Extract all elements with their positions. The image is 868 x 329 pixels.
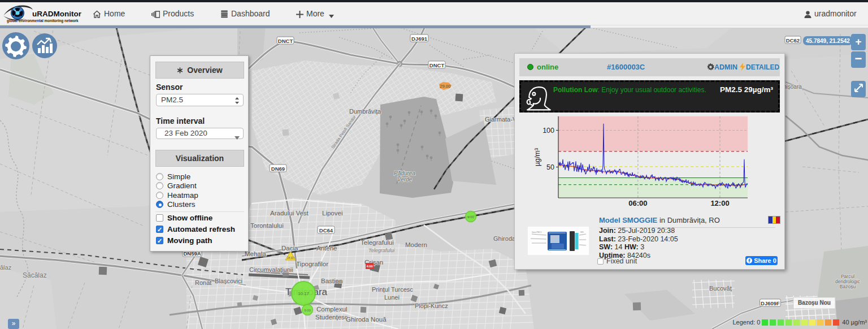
svg-text:Ghiroda Nouă: Ghiroda Nouă xyxy=(346,316,387,323)
svg-text:DNCT: DNCT xyxy=(429,62,445,68)
svg-text:Verde: Verde xyxy=(397,176,413,183)
svg-text:Aradului Vest: Aradului Vest xyxy=(270,210,309,217)
svg-text:Pădurea: Pădurea xyxy=(394,170,415,176)
svg-text:Telegrafului: Telegrafului xyxy=(361,239,394,246)
svg-text:WiFi: WiFi xyxy=(580,231,584,233)
svg-text:ălaz: ălaz xyxy=(0,264,11,271)
svg-text:DC64: DC64 xyxy=(319,227,333,233)
svg-text:Ghiroda: Ghiroda xyxy=(493,235,516,242)
svg-text:Telegrafului: Telegrafului xyxy=(368,248,395,253)
svg-text:Torontalului: Torontalului xyxy=(250,222,284,229)
svg-text:Bazoșu Nou: Bazoșu Nou xyxy=(798,300,831,306)
svg-text:Bazoșu: Bazoșu xyxy=(840,284,856,289)
svg-text:Dacia: Dacia xyxy=(281,245,298,252)
svg-text:Dumbrăvița: Dumbrăvița xyxy=(349,108,381,115)
svg-text:DJ691: DJ691 xyxy=(411,36,428,42)
svg-text:Circumvalațiunii: Circumvalațiunii xyxy=(249,266,293,273)
svg-text:Lunei: Lunei xyxy=(384,294,400,301)
svg-text:9:00: 9:00 xyxy=(467,215,474,219)
svg-text:9:00: 9:00 xyxy=(304,309,311,312)
svg-text:DC62: DC62 xyxy=(786,37,800,44)
svg-text:Studențesc: Studențesc xyxy=(315,314,348,321)
svg-text:12:00: 12:00 xyxy=(710,199,729,207)
svg-text:4:00: 4:00 xyxy=(366,265,372,268)
svg-text:µg/m³: µg/m³ xyxy=(533,148,541,166)
svg-text:Tipografilor: Tipografilor xyxy=(296,261,328,267)
svg-text:10:17: 10:17 xyxy=(298,291,310,296)
svg-text:Plopi-Kuncz: Plopi-Kuncz xyxy=(415,302,448,309)
svg-text:DN69: DN69 xyxy=(271,166,285,172)
svg-text:DJ609F: DJ609F xyxy=(761,300,780,306)
svg-text:Ronat: Ronat xyxy=(195,279,211,286)
svg-text:100: 100 xyxy=(542,127,554,135)
svg-text:Antene: Antene xyxy=(316,245,337,252)
svg-text:Prințul Turcesc: Prințul Turcesc xyxy=(372,286,413,293)
svg-text:Lipovei: Lipovei xyxy=(322,210,342,217)
svg-text:29.00: 29.00 xyxy=(440,84,451,89)
svg-text:DNCT: DNCT xyxy=(278,38,293,44)
svg-text:50: 50 xyxy=(546,163,554,171)
svg-text:06:00: 06:00 xyxy=(628,199,647,207)
svg-text:Bastion: Bastion xyxy=(321,278,342,284)
svg-text:Săcălaz: Săcălaz xyxy=(23,271,47,279)
svg-text:24.00: 24.00 xyxy=(287,257,294,259)
svg-text:Complexul: Complexul xyxy=(316,306,347,313)
svg-text:Bucovăț: Bucovăț xyxy=(709,285,732,292)
svg-text:Blașcovici: Blașcovici xyxy=(215,278,242,284)
svg-text:Modern: Modern xyxy=(405,241,427,248)
svg-text:Smart PM2.5: Smart PM2.5 xyxy=(532,231,542,233)
